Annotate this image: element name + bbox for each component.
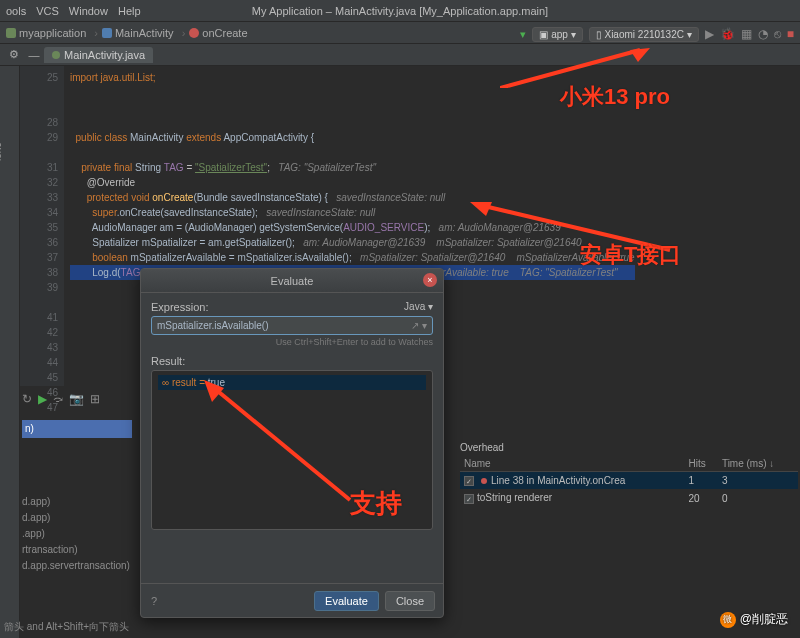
frame-item: .app) xyxy=(22,526,132,542)
window-title: My Application – MainActivity.java [My_A… xyxy=(252,5,548,17)
evaluate-dialog[interactable]: Evaluate × Expression: Java ▾ mSpatializ… xyxy=(140,268,444,618)
menu-vcs[interactable]: VCS xyxy=(36,5,59,17)
checkbox-icon[interactable]: ✓ xyxy=(464,476,474,486)
frames-panel[interactable]: n) d.app) d.app) .app) rtransaction) d.a… xyxy=(22,420,132,574)
debug-toolbar: ↻ ▶ ⤼ 📷 ⊞ xyxy=(22,392,100,406)
evaluate-icon[interactable]: 📷 xyxy=(69,392,84,406)
evaluate-button[interactable]: Evaluate xyxy=(314,591,379,611)
table-row[interactable]: ✓Line 38 in MainActivity.onCrea 13 xyxy=(460,472,798,490)
attach-icon[interactable]: ⎋ xyxy=(774,27,781,41)
run-config-combo[interactable]: ▣ app ▾ xyxy=(532,27,582,42)
weibo-icon: 微 xyxy=(720,612,736,628)
dialog-titlebar[interactable]: Evaluate × xyxy=(141,269,443,293)
coverage-icon[interactable]: ▦ xyxy=(741,27,752,41)
frame-item: d.app.servertransaction) xyxy=(22,558,132,574)
status-bar-hint: 箭头 and Alt+Shift+向下箭头 xyxy=(4,620,129,634)
method-icon xyxy=(189,28,199,38)
debug-icon[interactable]: 🐞 xyxy=(720,27,735,41)
annotation-device: 小米13 pro xyxy=(560,82,670,112)
class-icon xyxy=(102,28,112,38)
frame-selected: n) xyxy=(22,420,132,438)
weibo-watermark: 微 @削腚恶 xyxy=(720,611,788,628)
gear-icon[interactable]: ⚙ xyxy=(4,48,24,61)
project-tool-label[interactable]: ion9 xyxy=(0,142,3,161)
menu-tools[interactable]: ools xyxy=(6,5,26,17)
menu-help[interactable]: Help xyxy=(118,5,141,17)
chevron-right-icon: › xyxy=(94,27,98,39)
expression-label: Expression: xyxy=(151,301,208,313)
checkbox-icon[interactable]: ✓ xyxy=(464,494,474,504)
run-icon[interactable]: ▶ xyxy=(705,27,714,41)
table-row[interactable]: ✓toString renderer 200 xyxy=(460,489,798,506)
frame-item: rtransaction) xyxy=(22,542,132,558)
step-over-icon[interactable]: ⤼ xyxy=(53,392,63,406)
result-label: Result: xyxy=(151,355,433,367)
layout-icon[interactable]: ⊞ xyxy=(90,392,100,406)
close-button[interactable]: Close xyxy=(385,591,435,611)
breakpoint-icon[interactable]: 38 xyxy=(20,265,58,280)
package-icon xyxy=(6,28,16,38)
overhead-title: Overhead xyxy=(460,442,798,453)
device-combo[interactable]: ▯ Xiaomi 2210132C ▾ xyxy=(589,27,699,42)
profile-icon[interactable]: ◔ xyxy=(758,27,768,41)
frame-item: d.app) xyxy=(22,494,132,510)
overhead-panel: Overhead NameHitsTime (ms) ↓ ✓Line 38 in… xyxy=(460,442,798,507)
frame-item: d.app) xyxy=(22,510,132,526)
breadcrumb-method[interactable]: onCreate xyxy=(202,27,247,39)
rerun-icon[interactable]: ↻ xyxy=(22,392,32,406)
gutter[interactable]: 25 2829 313233 343536 3738 3941 424344 4… xyxy=(20,66,64,386)
close-icon[interactable]: × xyxy=(423,273,437,287)
breakpoint-dot-icon xyxy=(481,478,487,484)
lang-combo[interactable]: Java ▾ xyxy=(404,301,433,312)
breadcrumb-package[interactable]: myapplication xyxy=(19,27,86,39)
hint-text: Use Ctrl+Shift+Enter to add to Watches xyxy=(151,337,433,347)
java-file-icon xyxy=(52,51,60,59)
run-toolbar: ▾ ▣ app ▾ ▯ Xiaomi 2210132C ▾ ▶ 🐞 ▦ ◔ ⎋ … xyxy=(520,24,794,44)
help-icon[interactable]: ? xyxy=(151,595,157,607)
annotation-support: 支持 xyxy=(350,486,402,521)
annotation-api: 安卓T接口 xyxy=(580,240,681,270)
left-tool-strip: ion9 xyxy=(0,66,20,638)
hide-icon[interactable]: — xyxy=(24,49,44,61)
editor-tab-mainactivity[interactable]: MainActivity.java xyxy=(44,47,153,63)
expression-input[interactable]: mSpatializer.isAvailable()↗ ▾ xyxy=(151,316,433,335)
result-row: ∞ result = true xyxy=(158,375,426,390)
stop-icon[interactable]: ■ xyxy=(787,27,794,41)
editor-tabs: ⚙ — MainActivity.java xyxy=(0,44,800,66)
expand-icon[interactable]: ↗ ▾ xyxy=(411,320,427,331)
dialog-title: Evaluate xyxy=(271,275,314,287)
menu-window[interactable]: Window xyxy=(69,5,108,17)
breadcrumb-class[interactable]: MainActivity xyxy=(115,27,174,39)
build-icon[interactable]: ▾ xyxy=(520,28,526,41)
chevron-right-icon: › xyxy=(182,27,186,39)
main-menu-bar: ools VCS Window Help My Application – Ma… xyxy=(0,0,800,22)
resume-icon[interactable]: ▶ xyxy=(38,392,47,406)
overhead-table: NameHitsTime (ms) ↓ ✓Line 38 in MainActi… xyxy=(460,456,798,507)
tab-filename: MainActivity.java xyxy=(64,49,145,61)
